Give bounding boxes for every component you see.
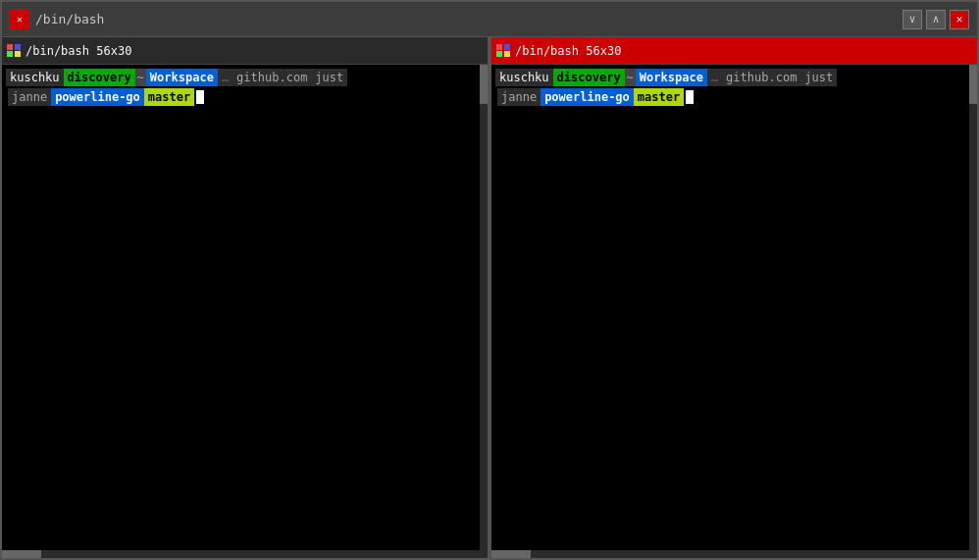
left-scrollbar-v[interactable] bbox=[480, 65, 488, 558]
panes-container: /bin/bash 56x30 kuschku discovery ~ Work… bbox=[2, 37, 977, 558]
right-prompt-line1: kuschku discovery ~ Workspace … github.c… bbox=[495, 67, 965, 88]
left-seg-tilde: ~ bbox=[135, 69, 146, 86]
right-seg-dots: … bbox=[707, 69, 722, 86]
right-seg-branch: master bbox=[634, 88, 684, 106]
left-seg-user2: janne bbox=[8, 88, 51, 106]
right-terminal-inner: kuschku discovery ~ Workspace … github.c… bbox=[491, 65, 969, 550]
right-scrollbar-thumb[interactable] bbox=[969, 65, 977, 104]
close-button[interactable]: ✕ bbox=[950, 10, 969, 29]
left-terminal-inner: kuschku discovery ~ Workspace … github.c… bbox=[2, 65, 480, 550]
right-prompt-line2: janne powerline-go master bbox=[495, 88, 965, 106]
maximize-button[interactable]: ∧ bbox=[926, 10, 946, 29]
right-seg-user: kuschku bbox=[495, 69, 553, 86]
left-terminal[interactable]: kuschku discovery ~ Workspace … github.c… bbox=[2, 65, 488, 558]
right-scrollbar-v[interactable] bbox=[969, 65, 977, 558]
left-seg-github: github.com bbox=[232, 69, 311, 86]
right-pane-icon bbox=[495, 43, 511, 59]
right-terminal[interactable]: kuschku discovery ~ Workspace … github.c… bbox=[491, 65, 977, 558]
right-seg-github: github.com bbox=[722, 69, 800, 86]
left-scrollbar-h-thumb[interactable] bbox=[2, 550, 41, 558]
title-bar: ✕ /bin/bash ∨ ∧ ✕ bbox=[2, 2, 977, 37]
right-scrollbar-h-thumb[interactable] bbox=[491, 550, 531, 558]
app-icon: ✕ bbox=[10, 10, 29, 29]
right-seg-just: just bbox=[800, 69, 837, 86]
left-prompt-line2: janne powerline-go master bbox=[6, 88, 476, 106]
left-pane-icon bbox=[6, 43, 22, 59]
right-pane: /bin/bash 56x30 kuschku discovery ~ Work… bbox=[491, 37, 977, 558]
left-cursor bbox=[196, 90, 204, 104]
left-seg-user: kuschku bbox=[6, 69, 64, 86]
left-seg-just: just bbox=[311, 69, 347, 86]
left-seg-repo: powerline-go bbox=[51, 88, 144, 106]
window-controls: ∨ ∧ ✕ bbox=[902, 10, 969, 29]
left-pane: /bin/bash 56x30 kuschku discovery ~ Work… bbox=[2, 37, 488, 558]
left-scrollbar-thumb[interactable] bbox=[480, 65, 488, 104]
left-seg-hostname: discovery bbox=[64, 69, 135, 86]
right-seg-path: Workspace bbox=[636, 69, 707, 86]
left-tab-title: /bin/bash 56x30 bbox=[26, 44, 131, 58]
left-seg-path: Workspace bbox=[146, 69, 218, 86]
right-seg-hostname: discovery bbox=[553, 69, 625, 86]
right-seg-tilde: ~ bbox=[625, 69, 636, 86]
title-bar-left: ✕ /bin/bash bbox=[10, 10, 104, 29]
right-cursor bbox=[686, 90, 694, 104]
right-tab-title: /bin/bash 56x30 bbox=[515, 44, 621, 58]
right-seg-repo: powerline-go bbox=[541, 88, 634, 106]
minimize-button[interactable]: ∨ bbox=[902, 10, 922, 29]
right-tab-bar[interactable]: /bin/bash 56x30 bbox=[491, 37, 977, 65]
left-seg-branch: master bbox=[144, 88, 194, 106]
left-seg-dots: … bbox=[218, 69, 232, 86]
window-title: /bin/bash bbox=[35, 12, 104, 26]
main-window: ✕ /bin/bash ∨ ∧ ✕ bbox=[0, 0, 979, 560]
left-scrollbar-h[interactable] bbox=[2, 550, 480, 558]
right-seg-user2: janne bbox=[497, 88, 541, 106]
left-prompt-line1: kuschku discovery ~ Workspace … github.c… bbox=[6, 67, 476, 88]
right-scrollbar-h[interactable] bbox=[491, 550, 969, 558]
left-tab-bar[interactable]: /bin/bash 56x30 bbox=[2, 37, 488, 65]
